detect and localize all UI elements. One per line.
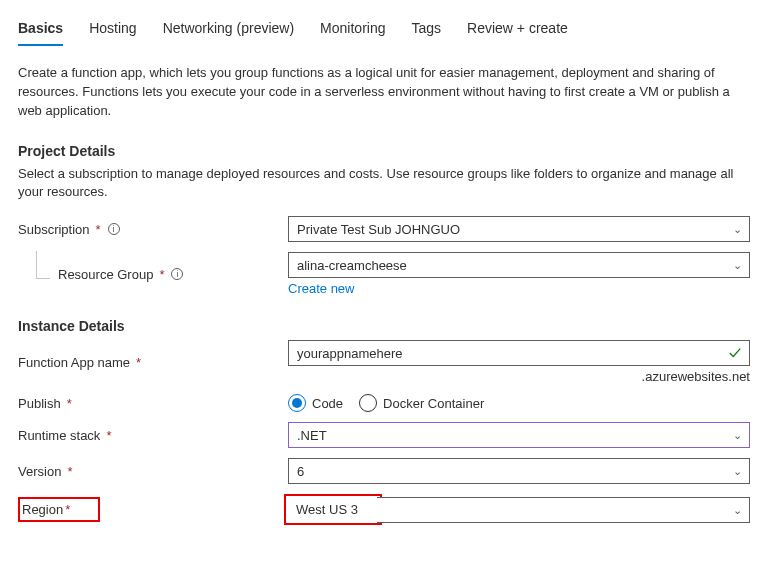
info-icon[interactable]: i — [171, 268, 183, 280]
tab-networking[interactable]: Networking (preview) — [163, 20, 294, 46]
tabs: Basics Hosting Networking (preview) Moni… — [18, 20, 750, 46]
chevron-down-icon: ⌄ — [733, 503, 742, 516]
subscription-label: Subscription* i — [18, 222, 288, 237]
app-name-label: Function App name* — [18, 355, 288, 370]
publish-label: Publish* — [18, 396, 288, 411]
create-new-link[interactable]: Create new — [288, 281, 354, 296]
instance-details-heading: Instance Details — [18, 318, 750, 334]
chevron-down-icon: ⌄ — [733, 465, 742, 478]
tab-hosting[interactable]: Hosting — [89, 20, 136, 46]
publish-code-radio[interactable]: Code — [288, 394, 343, 412]
check-icon — [728, 346, 742, 360]
app-name-input[interactable]: yourappnamehere — [288, 340, 750, 366]
subscription-select[interactable]: Private Test Sub JOHNGUO ⌄ — [288, 216, 750, 242]
chevron-down-icon: ⌄ — [733, 429, 742, 442]
chevron-down-icon: ⌄ — [733, 223, 742, 236]
runtime-label: Runtime stack* — [18, 428, 288, 443]
runtime-select[interactable]: .NET ⌄ — [288, 422, 750, 448]
chevron-down-icon: ⌄ — [733, 259, 742, 272]
tab-basics[interactable]: Basics — [18, 20, 63, 46]
intro-text: Create a function app, which lets you gr… — [18, 64, 750, 121]
resource-group-label: Resource Group* i — [18, 267, 288, 282]
highlight-region-value: West US 3 — [284, 494, 382, 525]
project-details-text: Select a subscription to manage deployed… — [18, 165, 750, 203]
publish-docker-radio[interactable]: Docker Container — [359, 394, 484, 412]
highlight-region-label: Region* — [18, 497, 100, 522]
tab-monitoring[interactable]: Monitoring — [320, 20, 385, 46]
info-icon[interactable]: i — [108, 223, 120, 235]
version-select[interactable]: 6 ⌄ — [288, 458, 750, 484]
tab-tags[interactable]: Tags — [411, 20, 441, 46]
region-select[interactable]: ⌄ — [377, 497, 750, 523]
version-label: Version* — [18, 464, 288, 479]
project-details-heading: Project Details — [18, 143, 750, 159]
region-label: Region* — [18, 497, 288, 522]
domain-suffix: .azurewebsites.net — [288, 369, 750, 384]
resource-group-select[interactable]: alina-creamcheese ⌄ — [288, 252, 750, 278]
tab-review[interactable]: Review + create — [467, 20, 568, 46]
